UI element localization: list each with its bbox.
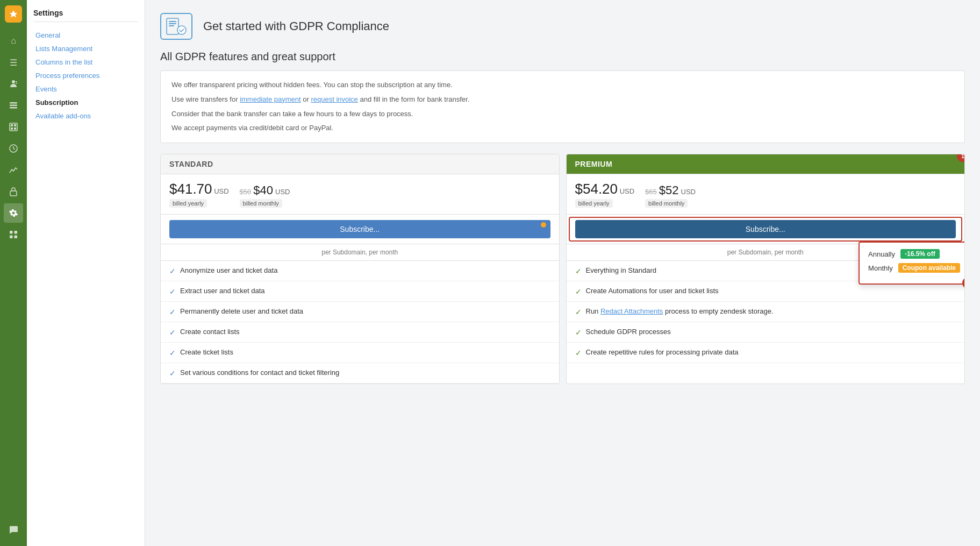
premium-plan-card: PREMIUM $54.20 USD billed yearly $65 $52… [566,154,965,384]
chat-icon[interactable] [4,520,23,540]
svg-rect-8 [11,124,13,126]
sidebar-item-subscription[interactable]: Subscription [33,96,138,109]
page-header-text: Get started with GDPR Compliance [203,19,389,33]
info-line-1: We offer transparent pricing without hid… [171,80,954,91]
premium-price-monthly-currency: USD [681,188,696,196]
sidebar-title: Settings [33,9,138,22]
premium-price-original: $65 [645,188,657,196]
contacts-icon[interactable] [4,74,23,94]
request-invoice-link[interactable]: request invoice [311,95,357,103]
standard-price-discounted: $40 [253,183,273,197]
svg-rect-14 [10,231,13,234]
popup-annually-badge: -16.5% off [900,249,940,259]
page-title: Get started with GDPR Compliance [203,19,389,33]
feature-label: Permanently delete user and ticket data [180,307,303,315]
feature-label: Create Automations for user and ticket l… [586,287,719,295]
sidebar-item-columns[interactable]: Columns in the list [33,55,138,69]
svg-rect-17 [15,236,18,239]
svg-rect-11 [14,127,16,130]
app-logo [5,5,22,23]
feature-label: Create ticket lists [180,348,233,356]
feature-schedule: ✓ Schedule GDPR processes [567,322,965,343]
feature-label: Anonymize user and ticket data [180,266,277,274]
check-icon: ✓ [575,287,582,296]
sidebar-item-events[interactable]: Events [33,82,138,96]
feature-delete: ✓ Permanently delete user and ticket dat… [161,302,559,322]
menu-icon[interactable]: ☰ [4,53,23,72]
svg-rect-2 [16,81,17,82]
sidebar-item-general[interactable]: General [33,29,138,42]
sidebar-item-process-preferences[interactable]: Process preferences [33,69,138,82]
check-icon: ✓ [169,267,176,275]
standard-price-monthly: $50 $40 USD billed monthly [240,183,290,208]
svg-rect-3 [16,83,17,84]
premium-subscribe-section: Subscribe... Annually -16.5% off Monthly… [567,215,965,244]
svg-rect-5 [10,105,17,107]
settings-icon[interactable] [4,203,23,223]
svg-rect-19 [169,21,176,22]
popup-annually-label: Annually [868,250,895,258]
standard-features-list: ✓ Anonymize user and ticket data ✓ Extra… [161,261,559,384]
feature-extract: ✓ Extract user and ticket data [161,281,559,302]
popup-monthly-label: Monthly [868,264,893,272]
standard-subscribe-section: Subscribe... [161,215,559,244]
check-icon: ✓ [169,328,176,337]
svg-rect-15 [15,231,18,234]
page-header: Get started with GDPR Compliance [160,13,965,40]
reports-icon[interactable] [4,117,23,137]
popup-monthly-badge: Coupon available [898,263,960,273]
clock-icon[interactable] [4,139,23,158]
svg-rect-16 [10,236,13,239]
premium-price-yearly-amount: $54.20 [575,181,618,197]
standard-subdomain-text: per Subdomain, per month [161,244,559,261]
standard-price-yearly-currency: USD [214,187,228,195]
gdpr-icon [160,13,192,40]
icon-sidebar: ⌂ ☰ [0,0,27,546]
standard-price-yearly-amount: $41.70 [169,181,212,197]
svg-point-1 [12,80,15,83]
redact-attachments-link[interactable]: Redact Attachments [600,307,663,315]
lists-icon[interactable] [4,96,23,115]
standard-plan-header: STANDARD [161,154,559,174]
feature-contact-lists: ✓ Create contact lists [161,322,559,343]
immediate-payment-link[interactable]: immediate payment [240,95,301,103]
feature-label: Run Redact Attachments process to empty … [586,307,774,315]
premium-subscribe-button[interactable]: Subscribe... [575,220,956,238]
standard-price-yearly: $41.70 USD billed yearly [169,181,229,208]
premium-plan-header: PREMIUM [567,154,965,174]
premium-price-discounted: $52 [659,183,679,197]
privacy-icon[interactable] [4,182,23,201]
grid-icon[interactable] [4,225,23,244]
check-icon: ✓ [575,349,582,357]
premium-price-monthly-label: billed monthly [645,199,688,208]
standard-price-monthly-currency: USD [275,188,290,196]
check-icon: ✓ [169,308,176,316]
feature-redact: ✓ Run Redact Attachments process to empt… [567,302,965,322]
check-icon: ✓ [575,308,582,316]
feature-label: Everything in Standard [586,266,657,274]
feature-label: Set various conditions for contact and t… [180,368,339,377]
premium-plan-pricing: $54.20 USD billed yearly $65 $52 USD bil… [567,174,965,215]
standard-subscribe-button[interactable]: Subscribe... [169,220,550,238]
check-icon: ✓ [169,369,176,378]
info-line-2: Use wire transfers for immediate payment… [171,94,954,105]
info-line-3: Consider that the bank transfer can take… [171,109,954,120]
feature-label: Schedule GDPR processes [586,328,671,336]
sidebar-item-lists-management[interactable]: Lists Management [33,42,138,55]
svg-rect-13 [10,191,17,196]
premium-price-monthly: $65 $52 USD billed monthly [645,183,696,208]
standard-price-original: $50 [240,188,252,196]
premium-price-yearly-label: billed yearly [575,199,613,208]
home-icon[interactable]: ⌂ [4,31,23,51]
standard-plan-pricing: $41.70 USD billed yearly $50 $40 USD bil… [161,174,559,215]
svg-rect-20 [169,23,176,24]
standard-plan-card: STANDARD $41.70 USD billed yearly $50 $4… [160,154,560,384]
premium-price-yearly: $54.20 USD billed yearly [575,181,635,208]
check-icon: ✓ [575,328,582,337]
analytics-icon[interactable] [4,160,23,180]
standard-price-monthly-label: billed monthly [240,199,282,208]
sidebar-item-addons[interactable]: Available add-ons [33,109,138,123]
main-title: All GDPR features and great support [160,51,965,63]
settings-sidebar: Settings General Lists Management Column… [27,0,145,546]
standard-price-yearly-label: billed yearly [169,199,207,208]
